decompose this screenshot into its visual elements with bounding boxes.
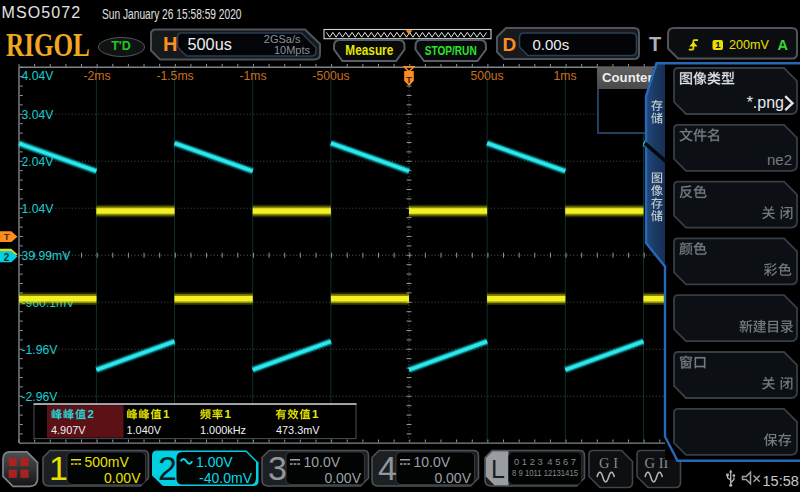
- svg-text:-40.0mV: -40.0mV: [199, 470, 253, 486]
- svg-text:0.00V: 0.00V: [104, 470, 141, 486]
- svg-text:*.png: *.png: [747, 94, 784, 111]
- svg-text:L: L: [491, 455, 505, 483]
- svg-text:10.0V: 10.0V: [304, 454, 341, 470]
- svg-text:1: 1: [49, 449, 68, 487]
- svg-text:ne2: ne2: [767, 151, 792, 168]
- svg-text:1.00V: 1.00V: [196, 454, 233, 470]
- svg-text:15:58: 15:58: [763, 473, 799, 489]
- svg-text:3: 3: [268, 449, 287, 487]
- svg-text:0.00V: 0.00V: [434, 470, 471, 486]
- svg-text:0.00V: 0.00V: [324, 470, 361, 486]
- svg-text:4: 4: [378, 449, 397, 487]
- svg-text:8 9 1011 12131415: 8 9 1011 12131415: [512, 468, 578, 478]
- svg-text:0 1 2 3 4 5 6 7: 0 1 2 3 4 5 6 7: [514, 457, 576, 467]
- svg-text:500mV: 500mV: [85, 454, 130, 470]
- svg-text:2: 2: [158, 449, 177, 487]
- svg-text:10.0V: 10.0V: [414, 454, 451, 470]
- svg-text:G I: G I: [599, 455, 618, 471]
